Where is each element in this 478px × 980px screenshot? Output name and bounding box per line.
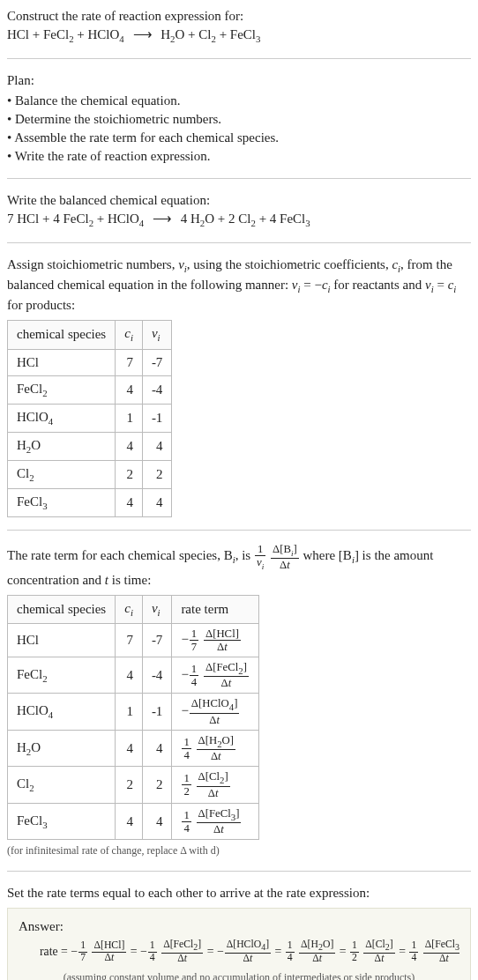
cell-rate-term: 14 Δ[H2O]Δt <box>172 730 259 766</box>
table-header-row: chemical species ci νi rate term <box>8 595 259 623</box>
col-vi: νi <box>142 321 172 349</box>
cell-rate-term: −Δ[HClO4]Δt <box>172 694 259 730</box>
cell-ci: 4 <box>116 657 143 693</box>
col-ci: ci <box>116 595 143 623</box>
one-over-nu: 1νi <box>255 543 265 571</box>
cell-vi: -7 <box>142 623 172 657</box>
cell-vi: -1 <box>142 404 172 432</box>
balanced-label: Write the balanced chemical equation: <box>7 191 471 210</box>
cell-ci: 1 <box>116 404 143 432</box>
cell-vi: -4 <box>142 657 172 693</box>
table-row: FeCl34414 Δ[FeCl3]Δt <box>8 803 259 839</box>
divider <box>7 58 471 59</box>
cell-ci: 4 <box>116 432 143 460</box>
set-equal-text: Set the rate terms equal to each other t… <box>7 884 471 902</box>
unbalanced-equation: HCl + FeCl2 + HClO4 ⟶ H2O + Cl2 + FeCl3 <box>7 26 471 46</box>
cell-rate-term: 14 Δ[FeCl3]Δt <box>172 803 259 839</box>
cell-rate-term: −14 Δ[FeCl2]Δt <box>172 657 259 693</box>
assign-text: Assign stoichiometric numbers, νi, using… <box>7 256 471 315</box>
plan-list: Balance the chemical equation.Determine … <box>7 92 471 166</box>
footnote-infinitesimal: (for infinitesimal rate of change, repla… <box>7 843 471 858</box>
cell-vi: 4 <box>142 730 172 766</box>
answer-label: Answer: <box>19 917 459 936</box>
cell-species: HClO4 <box>8 694 116 730</box>
rate-intro: The rate term for each chemical species,… <box>7 543 471 590</box>
cell-ci: 4 <box>116 488 143 516</box>
cell-species: HCl <box>8 623 116 657</box>
table-row: H2O44 <box>8 432 172 460</box>
cell-vi: 4 <box>142 432 172 460</box>
answer-box: Answer: rate = −17 Δ[HCl]Δt = −14 Δ[FeCl… <box>7 908 471 980</box>
divider <box>7 530 471 531</box>
delta-b-over-t: Δ[Bi]Δt <box>271 543 299 571</box>
col-rate: rate term <box>172 595 259 623</box>
cell-species: Cl2 <box>8 767 116 803</box>
stoich-table-1: chemical species ci νi HCl7-7FeCl24-4HCl… <box>7 320 172 517</box>
divider <box>7 178 471 179</box>
cell-ci: 4 <box>116 730 143 766</box>
col-species: chemical species <box>8 595 116 623</box>
answer-expression: rate = −17 Δ[HCl]Δt = −14 Δ[FeCl2]Δt = −… <box>19 939 459 965</box>
cell-ci: 1 <box>116 694 143 730</box>
plan-item: Write the rate of reaction expression. <box>7 147 471 166</box>
question-title: Construct the rate of reaction expressio… <box>7 7 471 26</box>
plan-label: Plan: <box>7 71 471 90</box>
cell-ci: 7 <box>116 623 143 657</box>
cell-species: FeCl2 <box>8 657 116 693</box>
cell-vi: 2 <box>142 460 172 488</box>
table-row: HCl7-7−17 Δ[HCl]Δt <box>8 623 259 657</box>
plan-item: Balance the chemical equation. <box>7 92 471 110</box>
cell-ci: 2 <box>116 460 143 488</box>
table-row: HClO41-1 <box>8 404 172 432</box>
cell-ci: 2 <box>116 767 143 803</box>
balanced-equation: 7 HCl + 4 FeCl2 + HClO4 ⟶ 4 H2O + 2 Cl2 … <box>7 210 471 230</box>
table-row: FeCl24-4−14 Δ[FeCl2]Δt <box>8 657 259 693</box>
table-row: FeCl24-4 <box>8 375 172 404</box>
cell-vi: 4 <box>142 803 172 839</box>
cell-ci: 4 <box>116 375 143 404</box>
cell-vi: -7 <box>142 349 172 375</box>
divider <box>7 242 471 243</box>
cell-species: HClO4 <box>8 404 116 432</box>
rate-intro-mid: , is <box>235 548 254 562</box>
cell-species: FeCl3 <box>8 803 116 839</box>
footnote-assumption: (assuming constant volume and no accumul… <box>19 970 459 980</box>
cell-vi: 4 <box>142 488 172 516</box>
cell-ci: 4 <box>116 803 143 839</box>
cell-rate-term: 12 Δ[Cl2]Δt <box>172 767 259 803</box>
table-row: FeCl344 <box>8 488 172 516</box>
cell-species: H2O <box>8 730 116 766</box>
table-row: Cl222 <box>8 460 172 488</box>
cell-species: HCl <box>8 349 116 375</box>
cell-species: FeCl2 <box>8 375 116 404</box>
rate-intro-pre: The rate term for each chemical species,… <box>7 548 233 562</box>
cell-vi: 2 <box>142 767 172 803</box>
cell-rate-term: −17 Δ[HCl]Δt <box>172 623 259 657</box>
cell-vi: -4 <box>142 375 172 404</box>
table-row: HCl7-7 <box>8 349 172 375</box>
plan-item: Determine the stoichiometric numbers. <box>7 110 471 129</box>
cell-species: Cl2 <box>8 460 116 488</box>
table-header-row: chemical species ci νi <box>8 321 172 349</box>
cell-ci: 7 <box>116 349 143 375</box>
table-row: HClO41-1−Δ[HClO4]Δt <box>8 694 259 730</box>
col-ci: ci <box>116 321 143 349</box>
cell-vi: -1 <box>142 694 172 730</box>
plan-item: Assemble the rate term for each chemical… <box>7 129 471 147</box>
cell-species: FeCl3 <box>8 488 116 516</box>
cell-species: H2O <box>8 432 116 460</box>
col-species: chemical species <box>8 321 116 349</box>
col-vi: νi <box>142 595 172 623</box>
table-row: Cl22212 Δ[Cl2]Δt <box>8 767 259 803</box>
stoich-table-2: chemical species ci νi rate term HCl7-7−… <box>7 595 259 841</box>
table-row: H2O4414 Δ[H2O]Δt <box>8 730 259 766</box>
divider <box>7 871 471 872</box>
